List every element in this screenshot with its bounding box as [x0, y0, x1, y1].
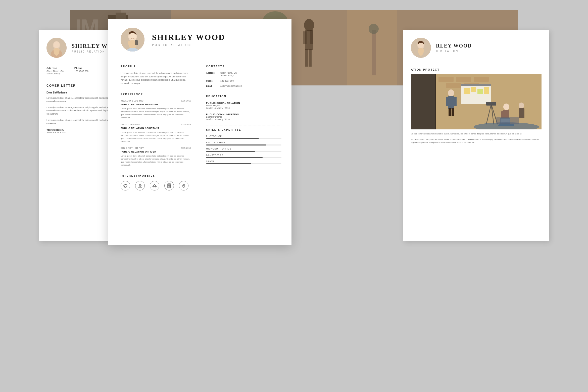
- exp-3-text: Lorem ipsum dolor sit amet, consectetur …: [121, 155, 191, 167]
- skill-canva: CANVA: [206, 160, 281, 164]
- skill-2-bar-fill: [206, 144, 266, 145]
- skill-3-bar-fill: [206, 151, 255, 152]
- skill-microsoft: MICROSOFT OFFICE: [206, 148, 281, 152]
- right-name-block: RLEY WOOD C RELATION: [436, 43, 472, 53]
- skill-1-bar-bg: [206, 138, 281, 139]
- skill-3-bar-bg: [206, 151, 281, 152]
- svg-rect-64: [486, 102, 496, 106]
- exp-3-company: BIG BROTHER ADV.: [121, 147, 145, 149]
- svg-rect-69: [449, 108, 451, 116]
- svg-point-13: [304, 19, 314, 31]
- phone-value: 123-4567-890: [74, 70, 88, 72]
- contact-email-row: Email ashleywood@mail.com: [206, 85, 281, 87]
- hobby-tech-icon: [179, 181, 188, 190]
- center-card-title: PUBLIC RELATION: [152, 43, 225, 46]
- profile-section: PROFILE Lorem ipsum dolor sit amet, cons…: [121, 58, 191, 85]
- svg-point-35: [141, 185, 141, 186]
- email-label-right: Email: [206, 85, 217, 87]
- skill-1-name: PHOTOSHOP: [206, 135, 281, 137]
- contacts-section: CONTACTS Address Street Name, CityState-…: [206, 58, 281, 87]
- education-section: EDUCATION PUBLIC SOCIAL RELATION Master …: [206, 92, 281, 121]
- skill-4-bar-fill: [206, 157, 263, 158]
- profile-text: Lorem ipsum dolor sit amet, consectetur …: [121, 72, 191, 85]
- svg-point-12: [369, 24, 379, 34]
- contact-phone-row: Phone 123-4567-890: [206, 80, 281, 82]
- hobbies-title: INTEREST/HOBBIES: [121, 174, 191, 178]
- skill-3-name: MICROSOFT OFFICE: [206, 148, 281, 150]
- skill-photoshop: PHOTOSHOP: [206, 135, 281, 139]
- right-body-text-2: sed do eiusmod tempor incididunt ut labo…: [411, 138, 542, 144]
- right-body-text-1: us etur sit rerchil luptamendit ullabor …: [411, 132, 542, 135]
- skill-2-bar-bg: [206, 144, 281, 145]
- phone-item: Phone 123-4567-890: [74, 67, 88, 75]
- skill-2-name: PHOTOGRAPHY: [206, 141, 281, 144]
- svg-rect-53: [446, 83, 461, 88]
- profile-divider: [121, 62, 191, 62]
- skill-1-bar-fill: [206, 138, 259, 139]
- svg-point-22: [54, 41, 60, 48]
- skill-5-bar-fill: [206, 163, 251, 164]
- svg-rect-48: [435, 74, 436, 129]
- edu-item-1: PUBLIC SOCIAL RELATION Master Degree Lon…: [206, 102, 281, 109]
- svg-rect-59: [477, 89, 483, 94]
- avatar-right: [411, 38, 431, 58]
- profile-title: PROFILE: [121, 65, 191, 69]
- svg-point-28: [124, 185, 125, 185]
- edu-1-degree: Master Degree: [206, 104, 281, 107]
- svg-point-78: [519, 103, 524, 109]
- hobby-travel-icon: [150, 181, 159, 190]
- edu-2-subject: PUBLIC COMMUNICATION: [206, 113, 281, 116]
- exp-divider: [121, 90, 191, 90]
- hobby-palette-icon: [121, 181, 130, 190]
- hobbies-icons-row: [121, 181, 191, 190]
- svg-rect-58: [471, 87, 476, 92]
- svg-rect-56: [461, 84, 491, 86]
- address-item: Address Street Name, CityState-Country: [46, 67, 64, 75]
- avatar-left: [46, 38, 67, 58]
- exp-1-company: YELLOW BLUE INC.: [121, 100, 144, 102]
- education-title: EDUCATION: [206, 95, 281, 99]
- address-value-right: Street Name, CityState-Country: [220, 72, 237, 77]
- exp-item-2: BIRDIE GOLDINC. 2015-2019 PUBLIC RELATIO…: [121, 123, 191, 143]
- exp-2-text: Lorem ipsum dolor sit amet, consectetur …: [121, 131, 191, 143]
- center-header: SHIRLEY WOOD PUBLIC RELATION: [108, 19, 291, 58]
- svg-point-30: [124, 186, 125, 187]
- exp-1-text: Lorem ipsum dolor sit amet, consectetur …: [121, 107, 191, 119]
- exp-3-date: 2015-2019: [181, 147, 191, 149]
- experience-title: EXPERIENCE: [121, 93, 191, 97]
- center-name-block: SHIRLEY WOOD PUBLIC RELATION: [152, 33, 225, 46]
- svg-rect-18: [309, 49, 312, 67]
- skills-divider: [206, 125, 281, 125]
- svg-rect-17: [305, 49, 308, 67]
- skills-title: SKILL & EXPERTISE: [206, 128, 281, 132]
- main-resume-card: SHIRLEY WOOD PUBLIC RELATION PROFILE Lor…: [108, 19, 291, 245]
- exp-3-title: PUBLIC RELATION OFFICER: [121, 150, 191, 153]
- skill-illustrator: ILLUSTRATOR: [206, 154, 281, 158]
- svg-rect-50: [438, 77, 454, 82]
- contact-address-row: Address Street Name, CityState-Country: [206, 72, 281, 77]
- portfolio-card: RLEY WOOD C RELATION ATION PROJECT: [403, 30, 549, 241]
- svg-rect-52: [474, 77, 489, 82]
- svg-point-32: [125, 184, 126, 185]
- skill-5-bar-bg: [206, 163, 281, 164]
- exp-2-date: 2015-2019: [181, 123, 191, 126]
- edu-1-subject: PUBLIC SOCIAL RELATION: [206, 102, 281, 104]
- skill-photography: PHOTOGRAPHY: [206, 141, 281, 145]
- address-value: Street Name, CityState-Country: [46, 70, 64, 75]
- svg-rect-68: [454, 97, 457, 106]
- phone-value-right: 123-4567-890: [220, 80, 234, 82]
- svg-rect-57: [464, 88, 470, 94]
- right-card-body: ATION PROJECT: [403, 63, 549, 152]
- svg-rect-51: [456, 77, 471, 82]
- skill-5-name: CANVA: [206, 160, 281, 163]
- edu-item-2: PUBLIC COMMUNICATION Bachelor Degree Lon…: [206, 113, 281, 121]
- skill-4-bar-bg: [206, 157, 281, 158]
- svg-rect-67: [446, 97, 449, 106]
- hobby-camera-icon: [135, 181, 145, 190]
- experience-section: EXPERIENCE YELLOW BLUE INC. 2015-2019 PU…: [121, 90, 191, 167]
- svg-point-34: [139, 186, 141, 187]
- project-title: ATION PROJECT: [411, 68, 542, 71]
- skills-section: SKILL & EXPERTISE PHOTOSHOP PHOTOGRAPHY: [206, 125, 281, 164]
- resume-right-col: CONTACTS Address Street Name, CityState-…: [199, 58, 291, 245]
- address-label: Address: [46, 67, 64, 69]
